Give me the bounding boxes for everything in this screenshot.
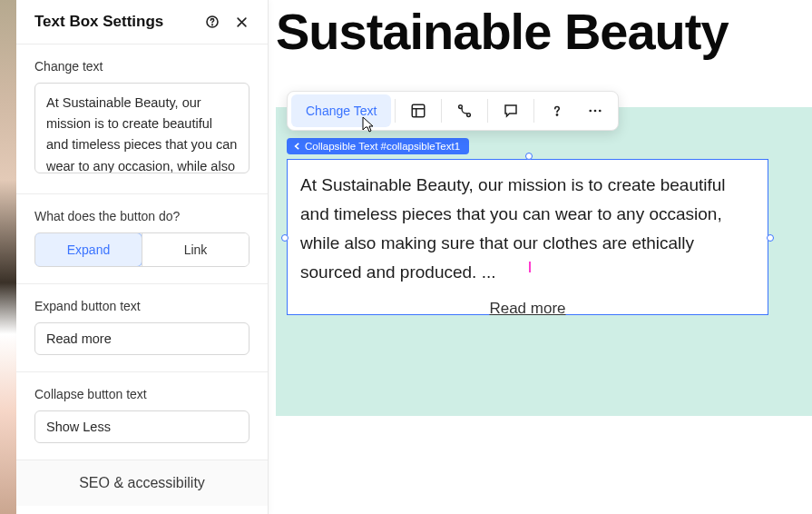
expand-button-text-input[interactable] — [34, 322, 249, 355]
resize-handle-top[interactable] — [525, 153, 533, 160]
settings-header-actions — [204, 14, 249, 30]
settings-panel: Text Box Settings Change text What does … — [16, 0, 269, 514]
expand-button-text-section: Expand button text — [16, 283, 268, 371]
more-icon[interactable] — [576, 94, 614, 127]
change-text-button[interactable]: Change Text — [291, 94, 391, 127]
collapse-button-text-label: Collapse button text — [34, 387, 249, 401]
change-text-input[interactable] — [34, 83, 249, 173]
settings-scroll-area: Change text What does the button do? Exp… — [16, 44, 268, 514]
toolbar-separator — [395, 99, 396, 123]
collapse-button-text-section: Collapse button text — [16, 371, 268, 460]
settings-panel-title: Text Box Settings — [34, 13, 163, 31]
layout-icon[interactable] — [399, 94, 437, 127]
collaborator-cursor — [526, 262, 533, 272]
collapse-button-text-input[interactable] — [34, 410, 249, 443]
seo-accessibility-header[interactable]: SEO & accessibility — [16, 460, 268, 506]
background-image-strip — [0, 0, 16, 514]
read-more-link[interactable]: Read more — [300, 296, 755, 322]
expand-button-text-label: Expand button text — [34, 299, 249, 313]
svg-point-5 — [557, 114, 558, 115]
expand-option[interactable]: Expand — [34, 232, 142, 267]
collapsible-text-element[interactable]: At Sustainable Beauty, our mission is to… — [287, 159, 768, 315]
svg-point-1 — [212, 25, 213, 25]
resize-handle-left[interactable] — [281, 234, 289, 242]
toolbar-separator — [533, 99, 534, 123]
toolbar-separator — [441, 99, 442, 123]
svg-rect-2 — [413, 104, 426, 117]
close-icon[interactable] — [233, 14, 249, 30]
element-tag-label: Collapsible Text #collapsibleText1 — [305, 141, 460, 152]
page-title: Sustainable Beauty — [269, 0, 812, 61]
canvas: Sustainable Beauty Change Text Collapsib… — [269, 0, 812, 514]
help-icon[interactable] — [204, 14, 220, 30]
animation-icon[interactable] — [445, 94, 484, 127]
svg-point-7 — [594, 110, 597, 113]
button-action-section: What does the button do? Expand Link — [16, 193, 268, 283]
element-toolbar: Change Text — [287, 91, 619, 131]
resize-handle-right[interactable] — [767, 234, 774, 242]
button-action-segmented: Expand Link — [34, 232, 249, 267]
toolbar-separator — [487, 99, 488, 123]
comment-icon[interactable] — [492, 94, 530, 127]
svg-point-4 — [467, 114, 471, 117]
change-text-section: Change text — [16, 44, 268, 193]
element-tag[interactable]: Collapsible Text #collapsibleText1 — [287, 138, 469, 154]
help-icon[interactable] — [538, 94, 576, 127]
accessible-name-section: Accessible name — [16, 506, 268, 514]
svg-point-6 — [590, 110, 592, 113]
link-option[interactable]: Link — [142, 233, 249, 266]
change-text-label: Change text — [34, 59, 249, 74]
svg-point-8 — [599, 110, 602, 113]
button-action-label: What does the button do? — [34, 209, 249, 223]
svg-point-3 — [459, 105, 463, 109]
settings-panel-header: Text Box Settings — [16, 0, 268, 44]
